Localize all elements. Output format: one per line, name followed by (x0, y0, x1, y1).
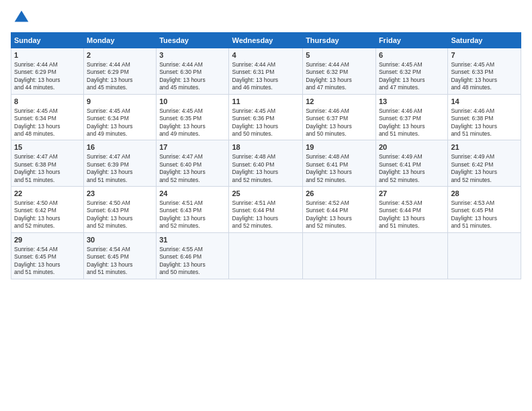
daylight-text: Daylight: 13 hoursand 50 minutes. (306, 123, 352, 137)
sunrise-text: Sunrise: 4:50 AM (14, 199, 58, 206)
calendar-header-row: SundayMondayTuesdayWednesdayThursdayFrid… (11, 33, 521, 48)
daylight-text: Daylight: 13 hoursand 48 minutes. (451, 77, 497, 91)
calendar-cell: 2Sunrise: 4:44 AMSunset: 6:29 PMDaylight… (84, 48, 157, 95)
daylight-text: Daylight: 13 hoursand 51 minutes. (451, 123, 497, 137)
calendar-week-row: 22Sunrise: 4:50 AMSunset: 6:42 PMDayligh… (11, 187, 521, 233)
sunrise-text: Sunrise: 4:44 AM (232, 61, 275, 68)
sunset-text: Sunset: 6:42 PM (451, 161, 493, 168)
calendar-cell: 5Sunrise: 4:44 AMSunset: 6:32 PMDaylight… (303, 48, 376, 95)
calendar-cell: 18Sunrise: 4:48 AMSunset: 6:40 PMDayligh… (229, 140, 303, 187)
calendar-cell (303, 232, 376, 279)
day-number: 1 (14, 50, 81, 60)
sunrise-text: Sunrise: 4:46 AM (451, 107, 494, 114)
calendar-cell: 22Sunrise: 4:50 AMSunset: 6:42 PMDayligh… (11, 187, 84, 233)
day-number: 17 (159, 142, 226, 152)
calendar-cell: 8Sunrise: 4:45 AMSunset: 6:34 PMDaylight… (11, 94, 84, 140)
day-number: 30 (87, 235, 153, 245)
calendar-day-header: Wednesday (229, 33, 303, 48)
sunrise-text: Sunrise: 4:47 AM (159, 153, 203, 160)
sunrise-text: Sunrise: 4:45 AM (232, 107, 275, 114)
calendar-day-header: Saturday (448, 33, 521, 48)
calendar-cell: 23Sunrise: 4:50 AMSunset: 6:43 PMDayligh… (84, 187, 157, 233)
calendar-cell: 10Sunrise: 4:45 AMSunset: 6:35 PMDayligh… (157, 94, 229, 140)
calendar-day-header: Thursday (303, 33, 376, 48)
day-number: 20 (379, 142, 445, 152)
sunrise-text: Sunrise: 4:50 AM (87, 199, 130, 206)
sunrise-text: Sunrise: 4:47 AM (87, 153, 130, 160)
daylight-text: Daylight: 13 hoursand 52 minutes. (159, 215, 206, 229)
calendar-cell: 25Sunrise: 4:51 AMSunset: 6:44 PMDayligh… (229, 187, 303, 233)
calendar-cell: 4Sunrise: 4:44 AMSunset: 6:31 PMDaylight… (229, 48, 303, 95)
sunset-text: Sunset: 6:43 PM (159, 207, 202, 214)
daylight-text: Daylight: 13 hoursand 44 minutes. (14, 77, 60, 91)
calendar-day-header: Friday (375, 33, 447, 48)
day-number: 25 (232, 189, 300, 199)
daylight-text: Daylight: 13 hoursand 52 minutes. (87, 215, 133, 229)
day-number: 24 (159, 189, 226, 199)
sunset-text: Sunset: 6:38 PM (451, 115, 493, 122)
calendar-cell: 20Sunrise: 4:49 AMSunset: 6:41 PMDayligh… (375, 140, 447, 187)
day-number: 29 (14, 235, 81, 245)
calendar-cell: 13Sunrise: 4:46 AMSunset: 6:37 PMDayligh… (375, 94, 447, 140)
calendar-day-header: Tuesday (157, 33, 229, 48)
day-number: 11 (232, 97, 300, 107)
sunset-text: Sunset: 6:29 PM (14, 68, 56, 75)
day-number: 2 (87, 50, 153, 60)
sunset-text: Sunset: 6:34 PM (14, 115, 56, 122)
calendar-day-header: Sunday (11, 33, 84, 48)
day-number: 4 (232, 50, 300, 60)
sunset-text: Sunset: 6:37 PM (306, 115, 348, 122)
page: SundayMondayTuesdayWednesdayThursdayFrid… (0, 0, 532, 411)
header (11, 8, 521, 27)
calendar-cell (229, 232, 303, 279)
calendar-week-row: 29Sunrise: 4:54 AMSunset: 6:45 PMDayligh… (11, 232, 521, 279)
sunset-text: Sunset: 6:41 PM (306, 161, 348, 168)
sunset-text: Sunset: 6:40 PM (232, 161, 274, 168)
day-number: 3 (159, 50, 226, 60)
sunrise-text: Sunrise: 4:45 AM (87, 107, 130, 114)
sunset-text: Sunset: 6:35 PM (159, 115, 202, 122)
calendar-cell: 28Sunrise: 4:53 AMSunset: 6:45 PMDayligh… (448, 187, 521, 233)
day-number: 21 (451, 142, 518, 152)
logo (11, 8, 31, 27)
daylight-text: Daylight: 13 hoursand 49 minutes. (159, 123, 206, 137)
day-number: 18 (232, 142, 300, 152)
sunset-text: Sunset: 6:44 PM (306, 207, 348, 214)
sunset-text: Sunset: 6:31 PM (232, 68, 274, 75)
sunrise-text: Sunrise: 4:51 AM (232, 199, 275, 206)
sunset-text: Sunset: 6:41 PM (379, 161, 421, 168)
sunrise-text: Sunrise: 4:44 AM (87, 61, 130, 68)
sunrise-text: Sunrise: 4:52 AM (306, 199, 349, 206)
calendar-cell: 6Sunrise: 4:45 AMSunset: 6:32 PMDaylight… (375, 48, 447, 95)
calendar-cell: 21Sunrise: 4:49 AMSunset: 6:42 PMDayligh… (448, 140, 521, 187)
sunset-text: Sunset: 6:29 PM (87, 68, 129, 75)
day-number: 26 (306, 189, 373, 199)
day-number: 8 (14, 97, 81, 107)
day-number: 7 (451, 50, 518, 60)
calendar-cell: 7Sunrise: 4:45 AMSunset: 6:33 PMDaylight… (448, 48, 521, 95)
sunrise-text: Sunrise: 4:45 AM (379, 61, 423, 68)
daylight-text: Daylight: 13 hoursand 52 minutes. (306, 215, 352, 229)
daylight-text: Daylight: 13 hoursand 51 minutes. (87, 261, 133, 275)
sunset-text: Sunset: 6:44 PM (379, 207, 421, 214)
sunset-text: Sunset: 6:36 PM (232, 115, 274, 122)
calendar-week-row: 15Sunrise: 4:47 AMSunset: 6:38 PMDayligh… (11, 140, 521, 187)
daylight-text: Daylight: 13 hoursand 51 minutes. (451, 215, 497, 229)
day-number: 10 (159, 97, 226, 107)
day-number: 19 (306, 142, 373, 152)
sunrise-text: Sunrise: 4:45 AM (159, 107, 203, 114)
daylight-text: Daylight: 13 hoursand 50 minutes. (232, 123, 278, 137)
sunrise-text: Sunrise: 4:48 AM (306, 153, 349, 160)
daylight-text: Daylight: 13 hoursand 51 minutes. (87, 169, 133, 183)
sunset-text: Sunset: 6:34 PM (87, 115, 129, 122)
calendar-cell: 17Sunrise: 4:47 AMSunset: 6:40 PMDayligh… (157, 140, 229, 187)
calendar-cell: 19Sunrise: 4:48 AMSunset: 6:41 PMDayligh… (303, 140, 376, 187)
sunset-text: Sunset: 6:39 PM (87, 161, 129, 168)
calendar-cell: 29Sunrise: 4:54 AMSunset: 6:45 PMDayligh… (11, 232, 84, 279)
sunset-text: Sunset: 6:45 PM (87, 253, 129, 260)
sunset-text: Sunset: 6:45 PM (451, 207, 493, 214)
calendar-cell: 31Sunrise: 4:55 AMSunset: 6:46 PMDayligh… (157, 232, 229, 279)
sunrise-text: Sunrise: 4:53 AM (451, 199, 494, 206)
day-number: 5 (306, 50, 373, 60)
day-number: 27 (379, 189, 445, 199)
